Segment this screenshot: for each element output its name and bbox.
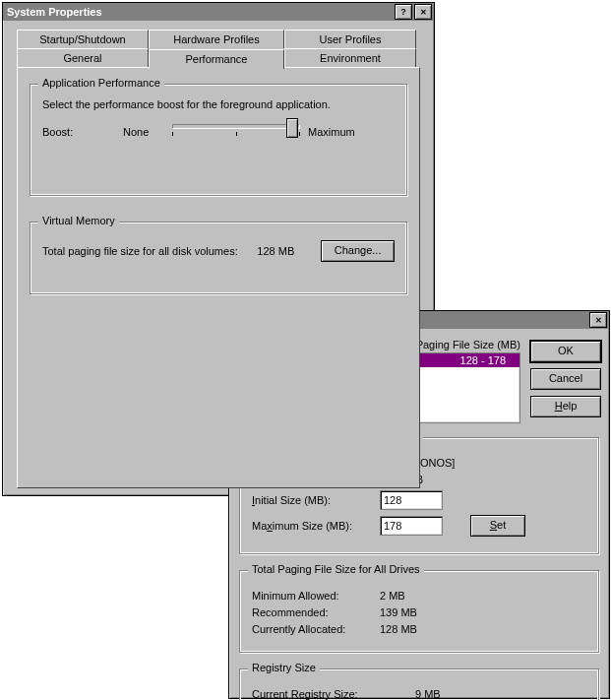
app-perf-desc: Select the performance boost for the for… bbox=[42, 98, 395, 110]
currently-allocated-label: Currently Allocated: bbox=[252, 623, 380, 635]
close-icon[interactable] bbox=[589, 312, 607, 328]
help-icon[interactable] bbox=[395, 4, 412, 20]
current-registry-value: 9 MB bbox=[415, 688, 441, 700]
tab-hardware-profiles[interactable]: Hardware Profiles bbox=[149, 30, 284, 48]
boost-slider[interactable] bbox=[172, 120, 300, 144]
system-properties-window: System Properties Startup/Shutdown Hardw… bbox=[2, 2, 435, 496]
group-total-paging: Total Paging File Size for All Drives Mi… bbox=[239, 570, 599, 653]
currently-allocated-value: 128 MB bbox=[380, 623, 417, 635]
change-button[interactable]: Change... bbox=[321, 240, 395, 262]
recommended-value: 139 MB bbox=[380, 606, 417, 618]
group-legend: Registry Size bbox=[248, 662, 320, 673]
current-registry-label: Current Registry Size: bbox=[252, 688, 415, 700]
group-virtual-memory: Virtual Memory Total paging file size fo… bbox=[30, 222, 407, 294]
group-legend: Application Performance bbox=[38, 77, 164, 89]
set-button[interactable]: Set bbox=[470, 515, 525, 537]
tab-general[interactable]: General bbox=[17, 48, 149, 68]
group-legend: Total Paging File Size for All Drives bbox=[248, 563, 424, 575]
boost-max-label: Maximum bbox=[308, 126, 355, 138]
boost-label: Boost: bbox=[42, 126, 115, 138]
client-area: Startup/Shutdown Hardware Profiles User … bbox=[3, 21, 434, 494]
tab-page-performance: Application Performance Select the perfo… bbox=[17, 67, 420, 488]
tab-startup-shutdown[interactable]: Startup/Shutdown bbox=[17, 30, 149, 48]
vmem-desc: Total paging file size for all disk volu… bbox=[42, 245, 257, 257]
cancel-button[interactable]: Cancel bbox=[530, 368, 601, 390]
minimum-allowed-value: 2 MB bbox=[380, 590, 405, 602]
drive-header-right: Paging File Size (MB) bbox=[416, 339, 520, 350]
window-title: System Properties bbox=[5, 6, 393, 18]
maximum-size-label: Maximum Size (MB): bbox=[252, 520, 380, 532]
tab-user-profiles[interactable]: User Profiles bbox=[284, 30, 416, 48]
initial-size-input[interactable] bbox=[380, 490, 443, 510]
vmem-value: 128 MB bbox=[257, 245, 321, 257]
boost-none-label: None bbox=[123, 126, 164, 138]
tabs: Startup/Shutdown Hardware Profiles User … bbox=[17, 29, 420, 67]
titlebar[interactable]: System Properties bbox=[3, 3, 434, 21]
minimum-allowed-label: Minimum Allowed: bbox=[252, 590, 380, 602]
tab-environment[interactable]: Environment bbox=[284, 48, 416, 68]
group-registry-size: Registry Size Current Registry Size:9 MB… bbox=[239, 668, 599, 700]
maximum-size-input[interactable] bbox=[380, 516, 443, 536]
help-button[interactable]: Help bbox=[530, 396, 601, 417]
group-legend: Virtual Memory bbox=[38, 215, 119, 226]
initial-size-label: Initial Size (MB): bbox=[252, 494, 380, 506]
tab-performance[interactable]: Performance bbox=[149, 49, 284, 69]
recommended-label: Recommended: bbox=[252, 606, 380, 618]
group-application-performance: Application Performance Select the perfo… bbox=[30, 84, 407, 196]
ok-button[interactable]: OK bbox=[530, 341, 601, 362]
close-icon[interactable] bbox=[414, 4, 432, 20]
